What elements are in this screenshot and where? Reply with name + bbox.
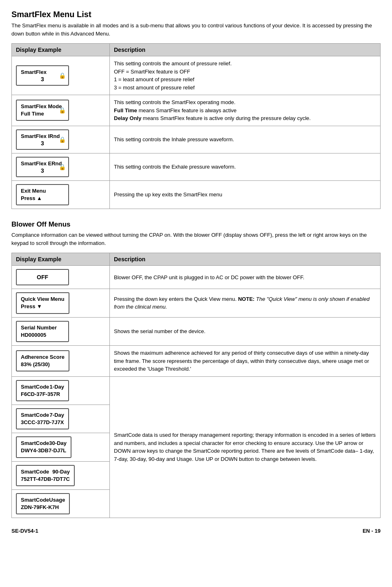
table-row: Exit Menu Press ▲ Pressing the up key ex… bbox=[12, 180, 381, 209]
page-title: SmartFlex Menu List bbox=[11, 10, 381, 19]
page-intro: The SmartFlex menu is available in all m… bbox=[11, 22, 381, 38]
lock-icon: 🔒 bbox=[59, 164, 66, 170]
display-text: SmartFlex bbox=[21, 69, 47, 75]
footer: SE-DV54-1 EN - 19 bbox=[11, 528, 381, 534]
footer-right: EN - 19 bbox=[363, 528, 381, 534]
display-cell: SmartFlex IRnd 🔒 3 bbox=[12, 126, 110, 153]
display-cell: Serial Number HD000005 bbox=[12, 317, 110, 345]
display-text: SmartCode7-Day bbox=[21, 411, 64, 419]
display-cell: SmartFlex Mode 🔒 Full Time bbox=[12, 95, 110, 126]
display-cell: Exit Menu Press ▲ bbox=[12, 180, 110, 209]
display-box: SmartCode1-Day F6CD-37F-357R bbox=[16, 380, 69, 401]
desc-text: Blower OFF, the CPAP unit is plugged in … bbox=[114, 273, 376, 282]
desc-text: Shows the maximum adherence achieved for… bbox=[114, 349, 376, 373]
display-text: SmartCode1-Day bbox=[21, 383, 64, 391]
display-value: ZDN-79FK-K7H bbox=[21, 504, 65, 511]
display-text: SmartCode90-Day bbox=[21, 468, 70, 476]
desc-cell: Blower OFF, the CPAP unit is plugged in … bbox=[110, 266, 381, 289]
section2-title: Blower Off Menus bbox=[11, 220, 381, 229]
lock-icon: 🔒 bbox=[59, 72, 66, 79]
lock-icon: 🔒 bbox=[59, 107, 66, 113]
display-cell: SmartCode7-Day 3CCC-377D-7J7X bbox=[12, 405, 110, 433]
desc-cell: Shows the maximum adherence achieved for… bbox=[110, 346, 381, 377]
display-box: Serial Number HD000005 bbox=[16, 321, 69, 342]
table-row: SmartFlex ERnd 🔒 3 This setting controls… bbox=[12, 153, 381, 180]
display-text: Exit Menu bbox=[21, 187, 64, 195]
desc-text: This setting controls the SmartFlex oper… bbox=[114, 98, 376, 122]
display-value: Full Time bbox=[21, 110, 64, 118]
desc-cell: Pressing the down key enters the Quick V… bbox=[110, 289, 381, 317]
display-box: OFF bbox=[16, 269, 69, 285]
table-row: Adherence Score 83% (25/30) Shows the ma… bbox=[12, 346, 381, 377]
table-row: SmartCode1-Day F6CD-37F-357R SmartCode d… bbox=[12, 376, 381, 405]
display-value: 83% (25/30) bbox=[21, 361, 65, 368]
desc-cell: This setting controls the SmartFlex oper… bbox=[110, 95, 381, 126]
section2-intro: Compliance information can be viewed wit… bbox=[11, 231, 381, 247]
display-value: HD000005 bbox=[21, 331, 64, 339]
footer-left: SE-DV54-1 bbox=[11, 528, 38, 534]
display-value: 3 bbox=[21, 167, 64, 174]
display-value: DWY4-3DB7-DJ7L bbox=[21, 447, 67, 454]
display-box: Quick View Menu Press ▼ bbox=[16, 292, 69, 314]
display-text: SmartFlex Mode bbox=[21, 103, 62, 109]
display-text: SmartCode30-Day bbox=[21, 440, 67, 447]
display-cell: SmartCode1-Day F6CD-37F-357R bbox=[12, 376, 110, 405]
display-box: SmartCode30-Day DWY4-3DB7-DJ7L bbox=[16, 436, 71, 458]
table-row: SmartFlex 🔒 3 This setting controls the … bbox=[12, 56, 381, 95]
desc-cell: Shows the serial number of the device. bbox=[110, 317, 381, 345]
display-text: Serial Number bbox=[21, 324, 64, 331]
table-row: Quick View Menu Press ▼ Pressing the dow… bbox=[12, 289, 381, 317]
blower-table: Display Example Description OFF Blower O… bbox=[11, 253, 381, 518]
display-cell: Adherence Score 83% (25/30) bbox=[12, 346, 110, 377]
display-cell: SmartCode90-Day 752TT-47DB-7DT7C bbox=[12, 461, 110, 489]
display-text: OFF bbox=[21, 274, 64, 280]
display-cell: SmartFlex 🔒 3 bbox=[12, 56, 110, 95]
desc-text: This setting controls the Exhale pressur… bbox=[114, 163, 376, 171]
desc-text: This setting controls the amount of pres… bbox=[114, 60, 376, 91]
table-row: SmartFlex IRnd 🔒 3 This setting controls… bbox=[12, 126, 381, 153]
display-box: SmartCodeUsage ZDN-79FK-K7H bbox=[16, 493, 70, 514]
desc-cell: Pressing the up key exits the SmartFlex … bbox=[110, 180, 381, 209]
col-header-display: Display Example bbox=[12, 44, 110, 56]
table-row: Serial Number HD000005 Shows the serial … bbox=[12, 317, 381, 345]
col-header-desc: Description bbox=[110, 44, 381, 56]
display-box: Exit Menu Press ▲ bbox=[16, 184, 69, 205]
table-row: SmartFlex Mode 🔒 Full Time This setting … bbox=[12, 95, 381, 126]
desc-cell: This setting controls the Inhale pressur… bbox=[110, 126, 381, 153]
display-cell: Quick View Menu Press ▼ bbox=[12, 289, 110, 317]
display-box: SmartCode7-Day 3CCC-377D-7J7X bbox=[16, 408, 69, 429]
desc-text: Pressing the up key exits the SmartFlex … bbox=[114, 191, 376, 199]
display-text: Quick View Menu bbox=[21, 296, 65, 303]
desc-text: SmartCode data is used for therapy manag… bbox=[114, 431, 376, 463]
display-box: SmartFlex 🔒 3 bbox=[16, 65, 69, 86]
display-cell: SmartCode30-Day DWY4-3DB7-DJ7L bbox=[12, 433, 110, 461]
desc-cell: SmartCode data is used for therapy manag… bbox=[110, 376, 381, 518]
display-box: SmartCode90-Day 752TT-47DB-7DT7C bbox=[16, 465, 75, 486]
display-value: 3 bbox=[21, 76, 64, 82]
display-text: SmartCodeUsage bbox=[21, 496, 65, 504]
display-box: SmartFlex ERnd 🔒 3 bbox=[16, 157, 69, 177]
display-box: Adherence Score 83% (25/30) bbox=[16, 350, 69, 371]
display-value: 3 bbox=[21, 140, 64, 147]
col-header-display: Display Example bbox=[12, 253, 110, 266]
display-value: F6CD-37F-357R bbox=[21, 391, 64, 398]
desc-text: Shows the serial number of the device. bbox=[114, 327, 376, 336]
desc-cell: This setting controls the Exhale pressur… bbox=[110, 153, 381, 180]
smartflex-table: Display Example Description SmartFlex 🔒 … bbox=[11, 43, 381, 209]
lock-icon: 🔒 bbox=[59, 136, 66, 143]
display-text: Adherence Score bbox=[21, 354, 65, 361]
display-cell: SmartCodeUsage ZDN-79FK-K7H bbox=[12, 490, 110, 518]
col-header-desc: Description bbox=[110, 253, 381, 266]
display-cell: SmartFlex ERnd 🔒 3 bbox=[12, 153, 110, 180]
display-text: SmartFlex IRnd bbox=[21, 133, 60, 139]
display-value: 752TT-47DB-7DT7C bbox=[21, 476, 70, 483]
desc-cell: This setting controls the amount of pres… bbox=[110, 56, 381, 95]
display-value: Press ▼ bbox=[21, 303, 65, 310]
desc-text: Pressing the down key enters the Quick V… bbox=[114, 295, 376, 311]
desc-text: This setting controls the Inhale pressur… bbox=[114, 136, 376, 144]
display-value: 3CCC-377D-7J7X bbox=[21, 419, 64, 426]
display-text: SmartFlex ERnd bbox=[21, 160, 62, 167]
display-box: SmartFlex IRnd 🔒 3 bbox=[16, 129, 69, 150]
table-row: OFF Blower OFF, the CPAP unit is plugged… bbox=[12, 266, 381, 289]
display-value: Press ▲ bbox=[21, 195, 64, 202]
